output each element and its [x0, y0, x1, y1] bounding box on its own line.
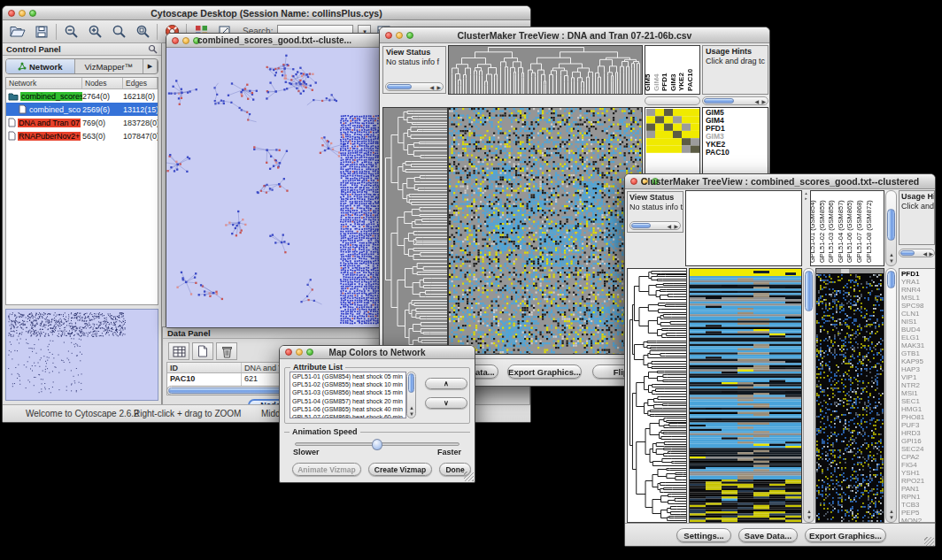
treeview1-column-dendrogram[interactable] [448, 45, 643, 95]
control-panel-search-icon[interactable] [148, 44, 158, 54]
scrollbar-thumb[interactable] [887, 271, 895, 288]
scrollbar-thumb[interactable] [387, 84, 412, 89]
scrollbar-thumb[interactable] [408, 373, 414, 393]
treeview2-global-view[interactable] [815, 268, 884, 523]
scroll-right-icon[interactable]: ▶ [929, 251, 933, 257]
treeview2-row-dendrogram[interactable] [627, 268, 687, 523]
scroll-down-icon[interactable]: ▼ [889, 515, 894, 520]
animate-vizmap-button[interactable]: Animate Vizmap [292, 463, 361, 476]
treeview1-usage-hscrollbar[interactable]: ◀ ▶ [702, 96, 768, 105]
treeview2-gene-labels[interactable]: PFD1YRA1RNR4MSL1SPC98CLN1NIS1BUD4ELG1MAK… [899, 268, 936, 523]
treeview2-collabel-scroll-strip[interactable]: ▴▸ [803, 190, 809, 266]
scroll-left-icon[interactable]: ◀ [754, 99, 759, 104]
attribute-table-icon[interactable] [168, 342, 189, 360]
scroll-up-icon[interactable]: ▲ [409, 405, 414, 410]
scroll-right-icon[interactable]: ▶ [674, 224, 678, 229]
edges-col-header[interactable]: Edges [123, 78, 158, 88]
scroll-down-icon[interactable]: ▼ [889, 258, 894, 264]
open-file-icon[interactable] [8, 23, 27, 41]
move-down-button[interactable]: ∨ [425, 397, 467, 409]
scroll-left-icon[interactable]: ◀ [923, 251, 927, 257]
scroll-right-icon[interactable]: ▶ [761, 99, 766, 104]
scrollbar-thumb[interactable] [631, 223, 651, 228]
treeview1-titlebar[interactable]: ClusterMaker TreeView : DNA and Tran 07-… [380, 27, 769, 43]
scroll-left-icon[interactable]: ◀ [429, 85, 434, 90]
treeview2-heatmap-vscrollbar[interactable]: ▲ ▼ [803, 268, 815, 523]
attribute-item[interactable]: GPL51-06 (GSM865) heat shock 40 min [290, 405, 405, 413]
zoom-selected-icon[interactable] [133, 23, 152, 41]
tab-network[interactable]: Network [6, 59, 75, 73]
treeview1-column-labels[interactable]: GIM5GIM4PFD1GIM3YKE2PAC10 [645, 45, 700, 95]
treeview1-heatmap[interactable] [448, 107, 643, 355]
network-row[interactable]: combined_sco2569(6)13112(15) [6, 103, 158, 116]
attribute-item[interactable]: GPL51-04 (GSM857) heat shock 20 min [290, 397, 405, 405]
create-vizmap-button[interactable]: Create Vizmap [368, 463, 432, 476]
scrollbar-thumb[interactable] [805, 271, 813, 311]
attribute-item[interactable]: GPL51-01 (GSM854) heat shock 05 min [290, 372, 405, 380]
export-graphics-button[interactable]: Export Graphics... [507, 364, 582, 379]
network-canvas[interactable] [166, 48, 382, 327]
nodes-col-header[interactable]: Nodes [82, 78, 123, 88]
treeview2-usage-hscrollbar[interactable]: ◀ ▶ [899, 249, 935, 257]
id-col-header[interactable]: ID [167, 363, 242, 372]
scroll-down-icon[interactable]: ▼ [409, 411, 414, 417]
network-view-title: combined_scores_good.txt--cluste... [166, 35, 382, 45]
network-row[interactable]: DNA and Tran 07769(0)183728(0) [6, 116, 158, 129]
scrollbar-thumb[interactable] [900, 250, 915, 256]
scroll-right-icon[interactable]: ▶ [436, 85, 441, 90]
view-status-hscrollbar[interactable]: ◀ ▶ [385, 82, 444, 91]
resize-grip[interactable] [464, 472, 474, 481]
treeview2-heatmap[interactable] [689, 268, 802, 523]
scroll-down-icon[interactable]: ▼ [807, 515, 812, 520]
network-list-header[interactable]: Network Nodes Edges [6, 78, 158, 89]
zoom-out-icon[interactable] [61, 23, 81, 41]
scroll-left-icon[interactable]: ◀ [667, 224, 671, 229]
animation-speed-slider[interactable] [295, 442, 459, 446]
column-label: GPL51-08 (GSM872) [865, 200, 873, 263]
network-row[interactable]: RNAPuberNov2+563(0)107847(0) [6, 129, 158, 142]
column-label: GPL51-02 (GSM855) [818, 200, 826, 263]
save-data-button[interactable]: Save Data... [738, 528, 798, 542]
zoom-fit-icon[interactable] [109, 23, 128, 41]
cytoscape-titlebar[interactable]: Cytoscape Desktop (Session Name: collins… [3, 6, 530, 20]
scroll-up-icon[interactable]: ▲ [889, 509, 894, 514]
settings-button[interactable]: Settings... [676, 528, 731, 542]
attribute-item[interactable]: GPL51-03 (GSM856) heat shock 15 min [290, 388, 405, 396]
treeview1-collabel-hscrollbar[interactable] [645, 96, 700, 105]
move-up-button[interactable]: ∧ [425, 378, 467, 389]
delete-attribute-trash-icon[interactable] [216, 342, 237, 360]
gene-label: BUD4 [901, 326, 933, 334]
treeview2-column-labels[interactable]: GPL51-01 (GSM854)GPL51-02 (GSM855)GPL51-… [810, 190, 884, 266]
network-row[interactable]: combined_scores2764(0)16218(0) [6, 89, 158, 103]
network-birdseye-view[interactable] [5, 309, 158, 401]
resize-grip[interactable] [924, 537, 934, 547]
map-dialog-title: Map Colors to Network [280, 348, 475, 357]
scrollbar-thumb[interactable] [704, 98, 734, 104]
map-dialog-titlebar[interactable]: Map Colors to Network [280, 346, 475, 359]
view-status-hscrollbar[interactable]: ◀ ▶ [629, 221, 681, 230]
slider-thumb[interactable] [372, 439, 382, 450]
tab-vizmapper[interactable]: VizMapper™ [75, 59, 144, 73]
treeview2-column-dendrogram-panel[interactable] [685, 190, 802, 266]
network-col-header[interactable]: Network [6, 78, 82, 88]
attribute-list-vscrollbar[interactable]: ▲ ▼ [406, 372, 416, 418]
scroll-up-icon[interactable]: ▲ [807, 509, 812, 514]
treeview2-collabel-vscrollbar[interactable]: ▲ ▼ [885, 190, 897, 266]
treeview1-mini-heatmap[interactable] [646, 109, 699, 153]
attribute-item[interactable]: GPL51-07 (GSM868) heat shock 60 min [290, 413, 405, 418]
tab-overflow-button[interactable]: ▶ [143, 59, 158, 73]
attribute-item[interactable]: GPL51-02 (GSM855) heat shock 10 min [290, 380, 405, 388]
treeview1-row-dendrogram[interactable] [382, 107, 448, 355]
network-view-titlebar[interactable]: combined_scores_good.txt--cluste... [166, 34, 382, 48]
attribute-list[interactable]: GPL51-01 (GSM854) heat shock 05 minGPL51… [290, 372, 406, 418]
export-graphics-button[interactable]: Export Graphics... [805, 528, 886, 542]
column-label: GPL51-07 (GSM868) [855, 200, 863, 263]
network-file-icon [8, 131, 16, 141]
save-icon[interactable] [32, 23, 51, 41]
treeview2-global-vscrollbar[interactable]: ▲ ▼ [885, 268, 897, 523]
scrollbar-thumb[interactable] [887, 209, 895, 241]
scroll-up-icon[interactable]: ▲ [889, 252, 894, 257]
treeview2-titlebar[interactable]: ClusterMaker TreeView : combined_scores_… [625, 174, 935, 189]
new-attribute-icon[interactable] [192, 342, 213, 360]
zoom-in-icon[interactable] [85, 23, 104, 41]
